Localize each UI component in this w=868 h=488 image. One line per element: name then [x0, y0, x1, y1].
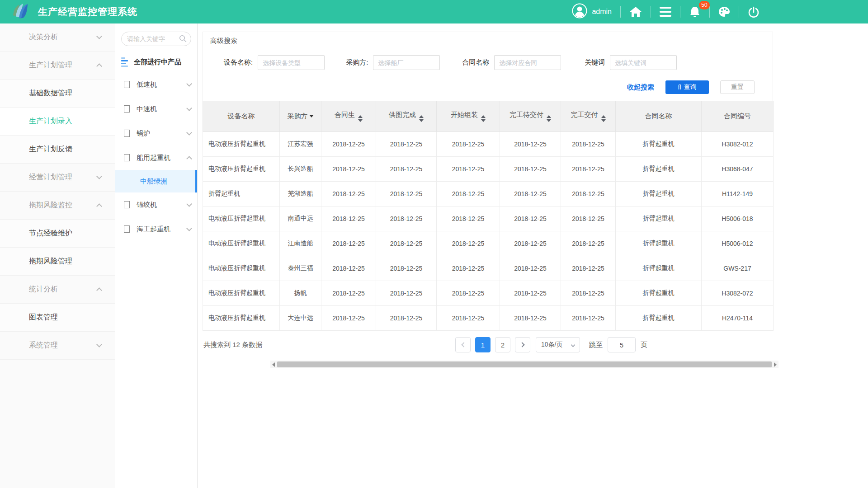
sidebar-item-经营计划管理[interactable]: 经营计划管理: [0, 164, 115, 192]
tree-item-中速机[interactable]: 中速机: [115, 97, 197, 121]
sidebar-item-生产计划录入[interactable]: 生产计划录入: [0, 108, 115, 136]
sidebar-item-拖期风险管理[interactable]: 拖期风险管理: [0, 248, 115, 276]
column-header-采购方[interactable]: 采购方: [280, 101, 321, 132]
sidebar-item-统计分析[interactable]: 统计分析: [0, 276, 115, 304]
home-button[interactable]: [629, 6, 642, 18]
divider: [651, 6, 651, 18]
table-cell: 2018-12-25: [561, 231, 616, 256]
sort-icon[interactable]: [481, 115, 486, 122]
sidebar-item-label: 节点经验维护: [29, 229, 72, 238]
notifications-button[interactable]: 50: [689, 6, 701, 18]
column-header-合同名称[interactable]: 合同名称: [616, 101, 702, 132]
sidebar-item-label: 经营计划管理: [29, 173, 72, 182]
table-cell: 江苏宏强: [280, 132, 321, 157]
column-header-合同生[interactable]: 合同生: [321, 101, 376, 132]
table-cell: 折臂起重机: [616, 281, 702, 306]
filter-caret-icon[interactable]: [309, 115, 314, 117]
tree-item-label: 中船绿洲: [140, 177, 167, 186]
table-row[interactable]: 电动液压折臂起重机南通中远2018-12-252018-12-252018-12…: [203, 206, 774, 231]
sidebar-item-基础数据管理[interactable]: 基础数据管理: [0, 80, 115, 108]
search-icon[interactable]: [179, 35, 187, 44]
table-cell: 电动液压折臂起重机: [203, 132, 280, 157]
sidebar-item-label: 决策分析: [29, 33, 58, 42]
user-menu[interactable]: admin: [572, 3, 612, 20]
scroll-right-arrow-icon[interactable]: [772, 361, 778, 368]
sort-icon[interactable]: [358, 115, 363, 122]
menu-button[interactable]: [660, 7, 671, 17]
column-header-完工交付[interactable]: 完工交付: [561, 101, 616, 132]
table-cell: 2018-12-25: [321, 182, 376, 206]
table-row[interactable]: 电动液压折臂起重机扬帆2018-12-252018-12-252018-12-2…: [203, 281, 774, 306]
sidebar-item-生产计划反馈[interactable]: 生产计划反馈: [0, 136, 115, 164]
reset-button[interactable]: 重置: [720, 80, 755, 94]
sidebar-item-节点经验维护[interactable]: 节点经验维护: [0, 220, 115, 248]
scroll-left-arrow-icon[interactable]: [270, 361, 277, 368]
table-cell: 折臂起重机: [616, 231, 702, 256]
table-cell: 扬帆: [280, 281, 321, 306]
column-header-合同编号[interactable]: 合同编号: [702, 101, 774, 132]
sidebar-item-生产计划管理[interactable]: 生产计划管理: [0, 52, 115, 80]
column-header-设备名称[interactable]: 设备名称: [203, 101, 280, 132]
device-type-input[interactable]: [258, 55, 325, 70]
table-cell: 2018-12-25: [500, 182, 561, 206]
horizontal-scrollbar[interactable]: [270, 361, 778, 368]
column-header-label: 合同名称: [645, 112, 672, 120]
chevron-down-icon: [186, 105, 192, 111]
page-button-2[interactable]: 2: [495, 337, 510, 352]
table-row[interactable]: 折臂起重机芜湖造船2018-12-252018-12-252018-12-252…: [203, 182, 774, 206]
sidebar-item-系统管理[interactable]: 系统管理: [0, 332, 115, 360]
table-row[interactable]: 电动液压折臂起重机大连中远2018-12-252018-12-252018-12…: [203, 306, 774, 331]
tree-item-锅炉[interactable]: 锅炉: [115, 121, 197, 145]
table-row[interactable]: 电动液压折臂起重机江南造船2018-12-252018-12-252018-12…: [203, 231, 774, 256]
tree-item-中船绿洲[interactable]: 中船绿洲: [115, 170, 197, 192]
app-logo: [10, 1, 31, 22]
page-title: 生产经营监控管理系统: [38, 5, 137, 18]
sidebar-item-拖期风险监控[interactable]: 拖期风险监控: [0, 192, 115, 220]
collapse-search-link[interactable]: 收起搜索: [627, 83, 654, 92]
table-cell: 2018-12-25: [500, 231, 561, 256]
table-cell: 2018-12-25: [500, 157, 561, 182]
page-button-1[interactable]: 1: [475, 337, 491, 352]
sort-icon[interactable]: [601, 115, 606, 122]
tree-item-海工起重机[interactable]: 海工起重机: [115, 217, 197, 241]
contract-input[interactable]: [494, 55, 561, 70]
table-cell: 2018-12-25: [437, 281, 500, 306]
sort-icon[interactable]: [547, 115, 551, 122]
page-size-select[interactable]: 10条/页: [536, 337, 580, 352]
column-header-开始组装[interactable]: 开始组装: [437, 101, 500, 132]
table-cell: 折臂起重机: [616, 157, 702, 182]
next-page-button[interactable]: [515, 337, 530, 352]
sidebar-item-决策分析[interactable]: 决策分析: [0, 23, 115, 52]
keyword-input[interactable]: [610, 55, 677, 70]
table-row[interactable]: 电动液压折臂起重机长兴造船2018-12-252018-12-252018-12…: [203, 157, 774, 182]
scrollbar-thumb[interactable]: [277, 361, 772, 367]
table-cell: 2018-12-25: [321, 132, 376, 157]
shipyard-input[interactable]: [373, 55, 440, 70]
tree-item-icon: [124, 105, 130, 113]
list-icon: [121, 57, 128, 67]
sort-icon[interactable]: [419, 115, 424, 122]
tree-item-船用起重机[interactable]: 船用起重机: [115, 145, 197, 170]
table-cell: 电动液压折臂起重机: [203, 231, 280, 256]
tree-root-all-products[interactable]: 全部进行中产品: [115, 52, 197, 72]
divider: [620, 6, 621, 18]
tab-advanced-search[interactable]: 高级搜索: [203, 32, 773, 49]
tree-item-低速机[interactable]: 低速机: [115, 72, 197, 97]
sidebar-item-图表管理[interactable]: 图表管理: [0, 304, 115, 332]
table-cell: 2018-12-25: [500, 281, 561, 306]
jump-page-input[interactable]: [608, 337, 636, 352]
column-header-完工待交付[interactable]: 完工待交付: [500, 101, 561, 132]
product-tree-panel: 全部进行中产品 低速机中速机锅炉船用起重机中船绿洲锚绞机海工起重机: [115, 23, 198, 488]
prev-page-button[interactable]: [455, 337, 471, 352]
table-cell: 江南造船: [280, 231, 321, 256]
logout-button[interactable]: [748, 6, 760, 18]
table-cell: 2018-12-25: [500, 306, 561, 331]
query-button[interactable]: fl 查询: [665, 80, 709, 94]
table-row[interactable]: 电动液压折臂起重机江苏宏强2018-12-252018-12-252018-12…: [203, 132, 774, 157]
theme-button[interactable]: [718, 6, 730, 17]
table-row[interactable]: 电动液压折臂起重机泰州三福2018-12-252018-12-252018-12…: [203, 256, 774, 281]
divider: [680, 6, 680, 18]
column-header-供图完成[interactable]: 供图完成: [376, 101, 437, 132]
tree-item-锚绞机[interactable]: 锚绞机: [115, 192, 197, 217]
chevron-up-icon: [186, 156, 192, 162]
